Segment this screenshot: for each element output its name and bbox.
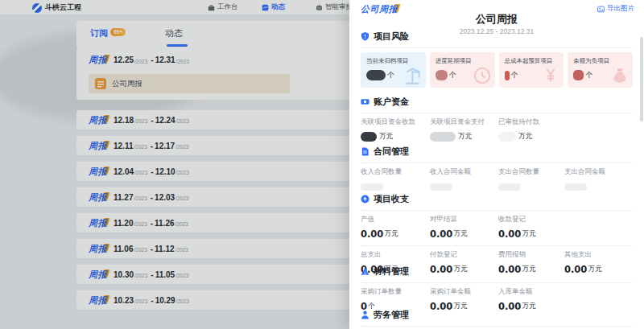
stat-cell: 产值 0.00万元 — [361, 215, 430, 239]
person-icon — [361, 310, 369, 319]
section-material-management: 材料管理 采购订单数量 0个 采购订单金额 0.00万元 入库单金额 0.00万… — [361, 265, 633, 311]
stat-cell: 支出合同金额 — [564, 167, 633, 191]
stat-label: 其他支出 — [564, 250, 633, 260]
masked-value — [505, 71, 510, 80]
stat-cell: 采购订单金额 0.00万元 — [430, 287, 498, 311]
modal-overlay[interactable] — [0, 0, 349, 329]
stat-value: 0.00 — [430, 228, 452, 240]
divider — [361, 162, 633, 163]
section-account-funds: 账户资金 关联项目资金收款 万元 关联项目资金支付 万元 已审批待付款 万元 — [361, 96, 633, 142]
stat-cell: 采购订单数量 0个 — [361, 287, 430, 311]
risk-card-over-budget: 总成本超预算项目 个 — [499, 52, 564, 88]
stat-label: 入库单金额 — [498, 287, 564, 297]
stat-cell: 收款登记 0.00万元 — [498, 215, 564, 239]
stat-label: 支出合同数量 — [498, 167, 564, 177]
masked-value — [361, 132, 377, 142]
shield-icon — [361, 32, 369, 41]
section-contract-management: 合同管理 收入合同数量 收入合同金额 支出合同数量 支出合同金额 — [361, 146, 633, 191]
yuan-icon — [540, 65, 561, 86]
stat-label: 收入合同数量 — [361, 167, 430, 177]
risk-card-unarchived: 当前未归档项目 个 — [361, 52, 426, 88]
stat-label: 采购订单金额 — [430, 287, 498, 297]
divider — [361, 113, 633, 113]
section-project-income-expense: 项目收支 产值 0.00万元 对甲结算 0.00万元 收款登记 0.00万元 — [361, 193, 633, 274]
divider — [361, 245, 633, 246]
stat-label: 付款登记 — [430, 250, 498, 260]
masked-value — [498, 132, 516, 142]
section-title: 劳务管理 — [374, 309, 409, 321]
masked-value — [366, 70, 386, 80]
divider — [361, 282, 633, 283]
stat-cell: 关联项目资金收款 万元 — [361, 117, 430, 142]
stat-label: 总支出 — [361, 250, 430, 260]
stat-label: 收款登记 — [498, 215, 564, 224]
masked-value — [430, 132, 456, 142]
masked-value — [436, 70, 448, 80]
stat-cell: 对甲结算 0.00万元 — [430, 215, 498, 239]
app-root: 斗栱云工程 工作台 动态 智能审批 限免 订阅 99+ 动态 周报 12.25/… — [0, 0, 644, 329]
masked-value — [430, 183, 452, 191]
risk-card-delayed: 进度延期项目 个 — [430, 52, 495, 88]
drawer-logo: 公司周报 — [361, 3, 398, 15]
income-expense-icon — [361, 195, 369, 204]
divider — [361, 47, 633, 48]
stat-label: 已审批待付款 — [498, 117, 564, 127]
stat-cell: 收入合同数量 — [361, 167, 430, 191]
stat-label: 产值 — [361, 215, 430, 224]
stat-label: 采购订单数量 — [361, 287, 430, 297]
stat-label: 收入合同金额 — [430, 167, 498, 177]
stat-label: 支出合同金额 — [564, 167, 633, 177]
contract-icon — [361, 147, 369, 156]
funds-icon — [361, 97, 369, 106]
divider — [361, 210, 633, 211]
stat-cell: 支出合同数量 — [498, 167, 564, 191]
section-title: 项目风险 — [374, 31, 409, 43]
stat-cell: 关联项目资金支付 万元 — [430, 117, 498, 142]
scrollbar-thumb[interactable] — [640, 37, 643, 121]
clock-icon — [472, 65, 493, 86]
masked-value — [564, 183, 587, 191]
stat-cell: 入库单金额 0.00万元 — [498, 287, 564, 311]
materials-icon — [361, 267, 369, 276]
section-labor-management: 劳务管理 — [361, 309, 633, 327]
divider — [361, 326, 633, 327]
section-title: 合同管理 — [374, 146, 409, 158]
stat-cell: 已审批待付款 万元 — [498, 117, 564, 142]
section-project-risk: 项目风险 当前未归档项目 个 进度延期项目 个 总成本超预算项目 个 — [361, 31, 633, 88]
stat-label: 关联项目资金支付 — [430, 117, 498, 127]
stat-label: 费用报销 — [498, 250, 564, 260]
weekly-report-drawer: 公司周报 导出图片 公司周报 2023.12.25 - 2023.12.31 项… — [349, 0, 644, 329]
risk-card-negative-balance: 余额为负项目 个 — [568, 52, 633, 88]
section-title: 账户资金 — [374, 96, 409, 108]
stat-label: 关联项目资金收款 — [361, 117, 430, 127]
stat-label: 对甲结算 — [430, 215, 498, 224]
masked-value — [361, 183, 383, 191]
masked-value — [573, 70, 584, 80]
moneybag-icon — [609, 65, 630, 86]
section-title: 项目收支 — [374, 193, 409, 205]
stat-value: 0.00 — [361, 228, 383, 240]
crane-icon — [402, 65, 423, 86]
section-title: 材料管理 — [374, 265, 409, 278]
masked-value — [498, 183, 521, 191]
stat-value: 0.00 — [498, 228, 521, 240]
stat-cell: 收入合同金额 — [430, 167, 498, 191]
